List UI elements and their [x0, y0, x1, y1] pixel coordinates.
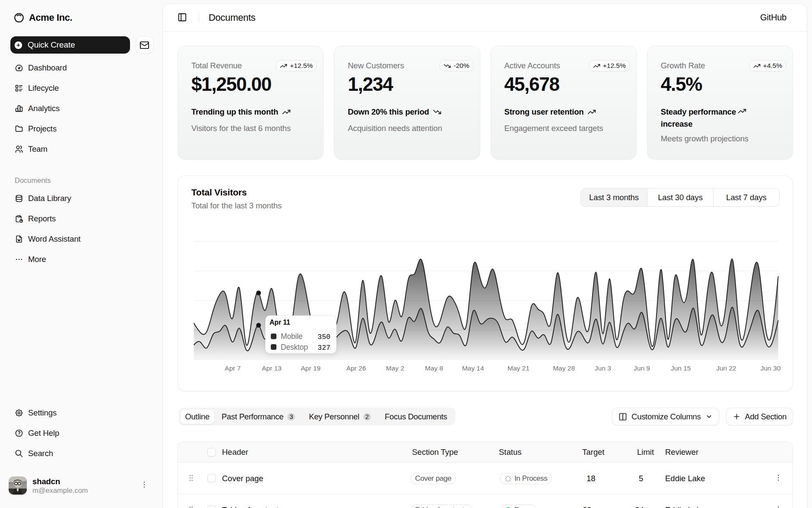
svg-text:Jun 22: Jun 22 — [716, 364, 736, 372]
svg-text:Apr 11: Apr 11 — [270, 319, 290, 326]
svg-text:327: 327 — [317, 344, 330, 352]
svg-text:May 8: May 8 — [425, 364, 443, 372]
svg-text:Jun 15: Jun 15 — [671, 364, 691, 372]
svg-text:May 28: May 28 — [553, 364, 575, 372]
svg-text:Apr 13: Apr 13 — [262, 364, 282, 372]
svg-text:Jun 9: Jun 9 — [634, 364, 650, 372]
svg-text:Mobile: Mobile — [281, 332, 302, 341]
svg-text:Apr 26: Apr 26 — [346, 364, 366, 372]
svg-text:May 2: May 2 — [386, 364, 404, 372]
svg-text:Apr 7: Apr 7 — [225, 364, 241, 372]
svg-text:Desktop: Desktop — [281, 343, 308, 351]
svg-text:350: 350 — [317, 333, 330, 341]
svg-text:Jun 3: Jun 3 — [595, 364, 611, 372]
svg-text:May 14: May 14 — [462, 364, 484, 372]
svg-text:Apr 19: Apr 19 — [301, 364, 320, 372]
svg-text:Jun 30: Jun 30 — [761, 364, 781, 372]
svg-text:May 21: May 21 — [508, 364, 530, 372]
